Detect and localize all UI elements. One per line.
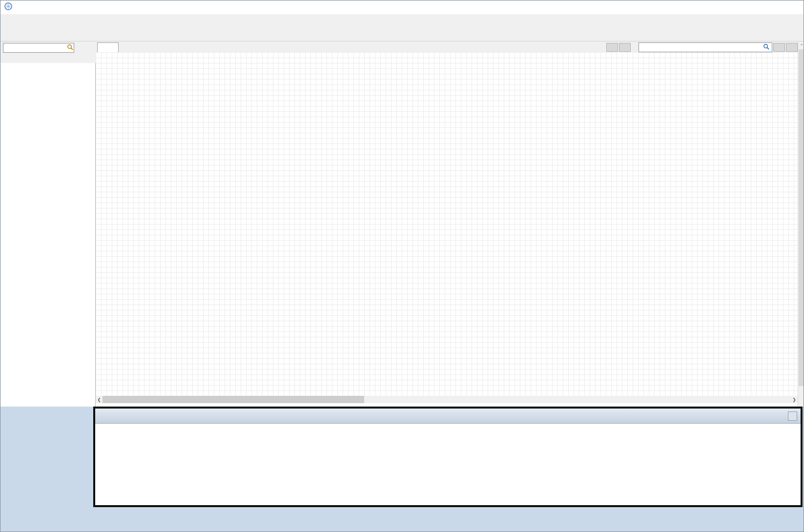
- find-next-button[interactable]: [619, 43, 631, 52]
- properties-tabs: [95, 424, 801, 435]
- find-prev-button[interactable]: [606, 43, 618, 52]
- module-search-panel: [0, 41, 96, 63]
- app-logo-icon: [4, 2, 12, 12]
- clipped-canvas-text: [96, 403, 798, 407]
- canvas-vertical-scrollbar[interactable]: ⌃: [798, 41, 804, 407]
- find-box[interactable]: [639, 42, 772, 52]
- toolbar: [0, 25, 804, 41]
- find-back-button[interactable]: [773, 43, 785, 52]
- tab-top[interactable]: [97, 42, 119, 53]
- close-button[interactable]: [781, 0, 804, 14]
- design-canvas[interactable]: [96, 52, 798, 396]
- find-forward-button[interactable]: [786, 43, 798, 52]
- type-filter-row: [1, 53, 96, 62]
- canvas-horizontal-scrollbar[interactable]: ❮ ❯: [96, 396, 798, 403]
- vertical-scroll-thumb[interactable]: [799, 49, 804, 386]
- menu-bar: [0, 14, 804, 25]
- module-search-box[interactable]: [3, 43, 74, 53]
- maximize-button[interactable]: [759, 0, 781, 14]
- canvas-tab-strip: [96, 41, 804, 53]
- minimize-button[interactable]: [736, 0, 759, 14]
- module-tree: [0, 63, 96, 407]
- properties-title-bar[interactable]: [95, 409, 801, 424]
- title-bar: [0, 0, 804, 15]
- find-bar: [605, 42, 798, 52]
- module-search-input[interactable]: [5, 44, 67, 52]
- scroll-left-arrow-icon[interactable]: ❮: [96, 396, 103, 403]
- module-properties-panel: [93, 407, 803, 507]
- awe-designer-window: ❮ ❯ ⌃: [0, 0, 804, 532]
- horizontal-scroll-thumb[interactable]: [103, 396, 364, 403]
- properties-close-icon[interactable]: [788, 411, 797, 421]
- find-input[interactable]: [641, 43, 763, 51]
- scroll-right-arrow-icon[interactable]: ❯: [791, 396, 798, 403]
- scroll-up-arrow-icon[interactable]: ⌃: [798, 42, 804, 49]
- search-icon: [67, 43, 73, 52]
- find-search-icon: [763, 43, 769, 52]
